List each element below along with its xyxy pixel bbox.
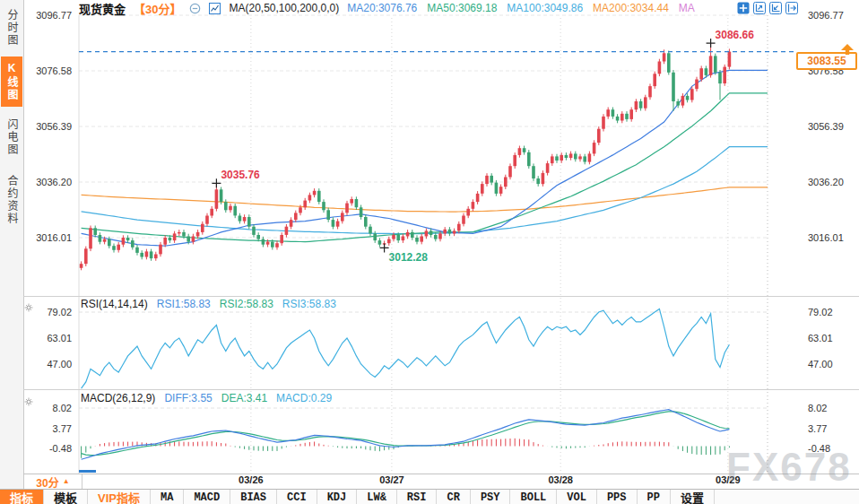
zoom-axis-in-icon[interactable] <box>769 2 782 14</box>
y-axis-label: 63.01 <box>22 333 72 343</box>
ma-legend-item: MA100:3049.86 <box>507 2 583 14</box>
y-axis-label: 3096.77 <box>22 10 72 21</box>
toolbar-tab-macd[interactable]: MACD <box>184 490 230 504</box>
rsi-legend-item: RSI3:58.83 <box>282 298 336 310</box>
price-up-arrow-icon <box>839 43 855 59</box>
y-axis-label: 3.77 <box>22 423 72 434</box>
sidebar-tab-lightning[interactable]: 闪电图 <box>1 112 22 162</box>
timeframe-selector-label: 30分 <box>36 474 58 490</box>
y-axis-label: 3.77 <box>808 423 858 434</box>
price-marker-label: 3086.66 <box>716 29 754 41</box>
collapse-legend-icon[interactable] <box>189 3 201 14</box>
timeframe-up-triangle-icon: ▲ <box>63 478 70 485</box>
rsi-legend-item: RSI1:58.83 <box>157 298 211 310</box>
sidebar: 分时图K线图闪电图合约资料 <box>0 0 23 489</box>
chart-canvas <box>0 0 859 504</box>
y-axis-label: 8.02 <box>808 403 858 413</box>
x-axis-label: 03/27 <box>379 474 404 485</box>
y-axis-label: 3036.20 <box>22 177 72 187</box>
panel-separator-rsi <box>23 296 859 297</box>
x-axis-label: 03/28 <box>548 474 573 485</box>
y-axis-label: 63.01 <box>808 333 858 343</box>
ma-legend-item: MA20:3076.76 <box>347 2 417 14</box>
y-axis-label: 3056.39 <box>22 121 72 132</box>
chart-window-controls <box>737 2 798 14</box>
y-axis-label: 79.02 <box>22 307 72 317</box>
macd-legend: MACD(26,12,9)DIFF:3.55DEA:3.41MACD:0.29 <box>81 392 332 404</box>
toolbar-tab-cci[interactable]: CCI <box>277 490 317 504</box>
toolbar-tab-indicator[interactable]: 指标 <box>0 490 44 504</box>
y-axis-label: 47.00 <box>22 359 72 369</box>
toolbar-tab-boll[interactable]: BOLL <box>510 490 557 504</box>
y-axis-label: 3016.01 <box>808 232 858 243</box>
sidebar-tab-kline[interactable]: K线图 <box>1 56 22 107</box>
app-root: 分时图K线图闪电图合约资料 现货黄金 【30分】 MA(20,50,100,20… <box>0 0 859 504</box>
toolbar-tab-psy[interactable]: PSY <box>471 490 511 504</box>
toolbar-tab-kdj[interactable]: KDJ <box>317 490 358 504</box>
symbol-name: 现货黄金 <box>79 0 126 17</box>
price-marker-label: 3035.76 <box>221 169 259 181</box>
toolbar-tab-template[interactable]: 模板 <box>44 490 88 504</box>
toolbar-tab-bias[interactable]: BIAS <box>230 490 277 504</box>
toolbar-tab-vip-indicator[interactable]: VIP指标 <box>88 490 151 504</box>
x-axis-label: 03/29 <box>716 474 741 485</box>
bottom-toolbar: 指标模板VIP指标MAMACDBIASCCIKDJLW&RSICRPSYBOLL… <box>0 489 859 504</box>
toolbar-tab-settings[interactable]: 设置 <box>671 490 715 504</box>
rsi-legend-formula: RSI(14,14,14) <box>81 298 148 310</box>
scrollbar-thumb[interactable] <box>79 470 96 473</box>
y-axis-label: 47.00 <box>808 359 858 369</box>
symbol-timeframe-label: 【30分】 <box>134 0 181 17</box>
price-marker-label: 3012.28 <box>389 251 428 264</box>
y-axis-label: 79.02 <box>808 307 858 317</box>
ma-legend-item: MA200:3034.44 <box>593 2 669 14</box>
y-axis-label: 3016.01 <box>22 232 72 243</box>
macd-legend-formula: MACD(26,12,9) <box>81 392 155 404</box>
toolbar-tab-rsi[interactable]: RSI <box>397 490 438 504</box>
toolbar-tab-pps[interactable]: PPS <box>597 490 638 504</box>
y-axis-label: 8.02 <box>22 403 72 413</box>
toolbar-tab-ma[interactable]: MA <box>151 490 184 504</box>
chart-header: 现货黄金 【30分】 MA(20,50,100,200,0,0) MA20:30… <box>79 0 695 16</box>
zoom-axis-out-icon[interactable] <box>753 2 766 14</box>
macd-legend-item: DEA:3.41 <box>221 392 267 404</box>
y-axis-label: 3056.39 <box>808 121 858 132</box>
y-axis-label: 3096.77 <box>808 10 858 21</box>
x-axis-label: 03/26 <box>239 474 264 485</box>
y-axis-label: 3076.58 <box>22 65 72 76</box>
y-axis-label: -0.48 <box>22 443 72 454</box>
ma-legend-item: MA50:3069.18 <box>427 2 497 14</box>
rsi-legend: RSI(14,14,14)RSI1:58.83RSI2:58.83RSI3:58… <box>81 298 336 310</box>
y-axis-label: 3036.20 <box>808 177 858 187</box>
ma-formula: MA(20,50,100,200,0,0) <box>229 2 339 14</box>
macd-legend-item: DIFF:3.55 <box>164 392 212 404</box>
timeframe-selector[interactable]: 30分 ▲ <box>24 474 82 489</box>
ma-legend-item: MA <box>679 2 695 14</box>
sidebar-tab-timeshare[interactable]: 分时图 <box>1 4 22 51</box>
macd-legend-item: MACD:0.29 <box>276 392 332 404</box>
toolbar-tab-pp[interactable]: PP <box>638 490 671 504</box>
toolbar-tab-cr[interactable]: CR <box>437 490 470 504</box>
indicator-chart-icon[interactable] <box>209 3 221 14</box>
go-to-latest-icon[interactable] <box>785 2 798 14</box>
toolbar-tab-lwr[interactable]: LW& <box>357 490 397 504</box>
y-axis-label: -0.48 <box>808 443 858 454</box>
sidebar-tab-contract-info[interactable]: 合约资料 <box>1 168 22 232</box>
pan-crosshair-icon[interactable] <box>737 2 750 14</box>
ma-legend: MA20:3076.76MA50:3069.18MA100:3049.86MA2… <box>347 2 695 14</box>
rsi-legend-item: RSI2:58.83 <box>220 298 273 310</box>
panel-separator-macd <box>23 389 859 390</box>
toolbar-tab-vol[interactable]: VOL <box>557 490 597 504</box>
